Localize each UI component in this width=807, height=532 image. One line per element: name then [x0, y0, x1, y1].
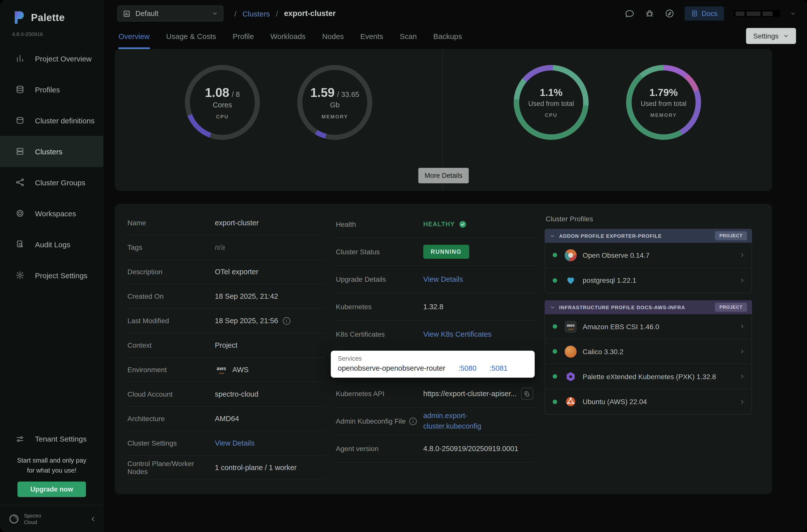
tab-profile[interactable]: Profile — [232, 23, 254, 49]
sidebar-item-label: Profiles — [35, 85, 60, 94]
profile-pack-ubuntu[interactable]: Ubuntu (AWS) 22.04 — [545, 389, 752, 414]
brand-line-2: Cloud — [24, 519, 37, 525]
sidebar-collapse-button[interactable] — [90, 515, 96, 522]
chart-icon — [123, 10, 130, 17]
kubernetes-version: 1.32.8 — [423, 303, 444, 311]
tab-usage-costs[interactable]: Usage & Costs — [166, 23, 216, 49]
row-name: Name export-cluster — [127, 211, 325, 235]
chat-icon[interactable] — [625, 8, 635, 18]
audit-search-icon — [16, 240, 24, 249]
cluster-profiles-column: Cluster Profiles ADDON PROFILE EXPORTER-… — [545, 211, 752, 422]
row-label: Health — [336, 220, 423, 228]
memory-percent-caption: MEMORY — [650, 112, 677, 118]
upgrade-view-details-link[interactable]: View Details — [423, 275, 463, 283]
sidebar-item-cluster-definitions[interactable]: Cluster definitions — [0, 105, 104, 136]
tab-overview[interactable]: Overview — [118, 23, 150, 49]
sidebar-item-label: Cluster Groups — [35, 178, 86, 187]
row-value: 18 Sep 2025, 21:56 — [215, 317, 278, 325]
docs-button[interactable]: Docs — [684, 6, 724, 20]
row-label: Context — [127, 341, 215, 349]
tab-events[interactable]: Events — [360, 23, 383, 49]
agent-version-value: 4.8.0-250919/20250919.0001 — [423, 444, 519, 453]
tab-nodes[interactable]: Nodes — [322, 23, 344, 49]
upgrade-promo-text: Start small and only pay for what you us… — [0, 455, 104, 476]
project-selector[interactable]: Default — [117, 5, 223, 21]
tools-icon — [16, 434, 24, 443]
breadcrumb-clusters-link[interactable]: Clusters — [242, 9, 270, 18]
tab-backups[interactable]: Backups — [433, 23, 462, 49]
row-label: Agent version — [336, 444, 423, 453]
sidebar-item-audit-logs[interactable]: Audit Logs — [0, 229, 104, 260]
sidebar-item-cluster-groups[interactable]: Cluster Groups — [0, 167, 104, 198]
brand-line-1: Spectro — [24, 513, 41, 518]
sidebar-item-workspaces[interactable]: Workspaces — [0, 198, 104, 229]
profile-pack-amazon-ebs-csi[interactable]: aws Amazon EBS CSI 1.46.0 — [545, 314, 752, 339]
cpu-percent-label: Used from total — [528, 100, 574, 108]
sidebar-item-project-overview[interactable]: Project Overview — [0, 43, 104, 74]
info-icon[interactable]: i — [409, 417, 417, 425]
row-label: Kubernetes API — [336, 390, 423, 398]
kubeconfig-download-link[interactable]: admin.export- cluster.kubeconfig — [423, 411, 481, 432]
profile-group-title: INFRASTRUCTURE PROFILE DOCS-AWS-INFRA — [559, 304, 711, 310]
tab-scan[interactable]: Scan — [400, 23, 417, 49]
breadcrumb-separator: / — [276, 9, 278, 18]
stack-icon — [16, 116, 24, 125]
profile-pack-calico[interactable]: Calico 3.30.2 — [545, 339, 752, 364]
view-k8s-certificates-link[interactable]: View K8s Certificates — [423, 330, 491, 338]
cluster-profiles-title: Cluster Profiles — [546, 215, 752, 223]
row-tags: Tags n/a — [127, 235, 325, 260]
cluster-details-card: Name export-cluster Tags n/a Description… — [115, 204, 772, 494]
breadcrumb-current-cluster: export-cluster — [284, 9, 336, 18]
project-selector-value: Default — [135, 10, 158, 18]
status-dot — [553, 349, 557, 354]
upgrade-now-button[interactable]: Upgrade now — [17, 481, 86, 497]
profile-group-title: ADDON PROFILE EXPORTER-PROFILE — [559, 233, 711, 239]
compass-icon[interactable] — [664, 8, 675, 18]
sidebar-item-label: Audit Logs — [35, 240, 71, 248]
tabs: Overview Usage & Costs Profile Workloads… — [118, 23, 462, 49]
sidebar-item-tenant-settings[interactable]: Tenant Settings — [0, 426, 104, 451]
sidebar-item-label: Cluster definitions — [35, 116, 94, 125]
row-label: Cluster Settings — [127, 439, 215, 447]
tab-bar: Overview Usage & Costs Profile Workloads… — [104, 23, 807, 49]
row-value: OTel exporter — [215, 268, 258, 276]
profile-pack-pxk[interactable]: Palette eXtended Kubernetes (PXK) 1.32.8 — [545, 364, 752, 389]
row-label: Environment — [127, 366, 215, 374]
pack-name: Amazon EBS CSI 1.46.0 — [583, 322, 739, 330]
sidebar-item-project-settings[interactable]: Project Settings — [0, 260, 104, 291]
tab-workloads[interactable]: Workloads — [270, 23, 305, 49]
service-port-link-5080[interactable]: :5080 — [458, 364, 476, 372]
row-environment: Environment aws AWS — [127, 358, 325, 382]
infrastructure-profile-header[interactable]: INFRASTRUCTURE PROFILE DOCS-AWS-INFRA PR… — [545, 300, 752, 314]
cluster-settings-button[interactable]: Settings — [746, 28, 796, 44]
addon-profile-header[interactable]: ADDON PROFILE EXPORTER-PROFILE PROJECT — [545, 229, 752, 243]
pack-name: Open Observe 0.14.7 — [583, 251, 739, 259]
row-k8s-certificates: K8s Certificates View K8s Certificates — [336, 321, 535, 348]
cluster-info-column: Name export-cluster Tags n/a Description… — [127, 211, 325, 480]
more-details-button[interactable]: More Details — [418, 168, 469, 183]
copy-icon[interactable] — [521, 388, 533, 400]
bug-report-icon[interactable] — [644, 8, 655, 18]
row-context: Context Project — [127, 333, 325, 358]
user-name-redacted[interactable] — [734, 10, 780, 17]
topbar: Default / Clusters / export-cluster Docs — [104, 0, 807, 23]
chevron-down-icon — [212, 11, 218, 17]
docs-label: Docs — [701, 10, 717, 18]
chevron-down-icon — [550, 233, 555, 239]
infrastructure-profile-rows: aws Amazon EBS CSI 1.46.0 Calico 3.30.2 — [545, 314, 752, 415]
profile-pack-postgresql[interactable]: postgresql 1.22.1 — [545, 268, 752, 293]
info-icon[interactable]: i — [283, 317, 290, 324]
sidebar-item-clusters[interactable]: Clusters — [0, 136, 104, 167]
user-menu-chevron-icon[interactable] — [790, 11, 796, 17]
row-label: Tags — [127, 243, 215, 251]
row-label: Admin Kubeconfig File — [336, 417, 406, 425]
row-label: Control Plane/Worker Nodes — [127, 460, 215, 476]
profile-pack-open-observe[interactable]: Open Observe 0.14.7 — [545, 243, 752, 268]
kubeconfig-line-1: admin.export- — [423, 412, 467, 420]
row-last-modified: Last Modified 18 Sep 2025, 21:56 i — [127, 309, 325, 333]
service-port-link-5081[interactable]: :5081 — [489, 364, 508, 372]
view-details-link[interactable]: View Details — [215, 439, 255, 447]
row-label: Name — [127, 219, 215, 227]
sidebar-item-profiles[interactable]: Profiles — [0, 74, 104, 105]
open-observe-icon — [565, 249, 577, 261]
